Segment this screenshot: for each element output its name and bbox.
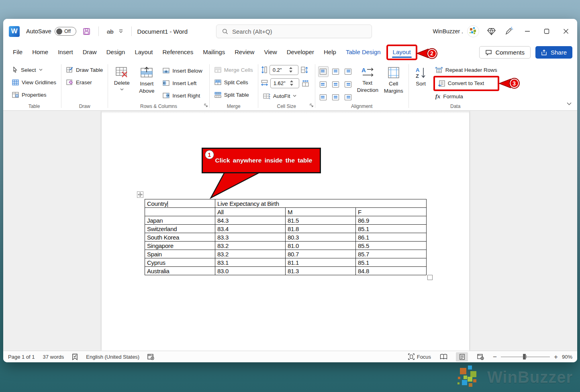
tab-review[interactable]: Review bbox=[230, 46, 259, 59]
table-cell[interactable]: Japan bbox=[145, 216, 215, 225]
table-cell[interactable]: 81.1 bbox=[286, 258, 356, 267]
editor-pen-icon[interactable] bbox=[501, 23, 517, 39]
formula-button[interactable]: fx Formula bbox=[433, 91, 499, 102]
word-app-icon[interactable]: W bbox=[9, 26, 20, 37]
tab-insert[interactable]: Insert bbox=[53, 46, 78, 59]
table-cell[interactable]: 86.1 bbox=[356, 233, 427, 242]
table-cell-empty[interactable] bbox=[145, 208, 215, 216]
tab-table-design[interactable]: Table Design bbox=[341, 46, 386, 59]
tab-draw[interactable]: Draw bbox=[78, 46, 102, 59]
align-bottom-left-button[interactable] bbox=[318, 92, 329, 103]
table-cell[interactable]: 81.3 bbox=[286, 267, 356, 275]
web-layout-button[interactable] bbox=[474, 352, 486, 362]
align-center-left-button[interactable] bbox=[318, 79, 329, 90]
convert-to-text-button[interactable]: Convert to Text bbox=[436, 78, 495, 89]
draw-table-button[interactable]: Draw Table bbox=[64, 64, 105, 75]
zoom-level[interactable]: 90% bbox=[562, 354, 572, 360]
insert-left-button[interactable]: Insert Left bbox=[161, 77, 204, 89]
table-cell[interactable]: South Korea bbox=[145, 233, 215, 242]
read-mode-button[interactable] bbox=[437, 352, 449, 362]
collapse-ribbon-button[interactable] bbox=[567, 100, 572, 107]
focus-mode-button[interactable]: Focus bbox=[408, 353, 431, 360]
print-layout-button[interactable] bbox=[456, 352, 468, 362]
tab-design[interactable]: Design bbox=[102, 46, 130, 59]
table-cell[interactable]: 83.3 bbox=[215, 233, 286, 242]
column-width-input[interactable] bbox=[271, 80, 289, 86]
table-cell-span-header[interactable]: Live Expectancy at Birth bbox=[215, 199, 427, 208]
proofing-status-button[interactable] bbox=[72, 353, 78, 360]
align-bottom-right-button[interactable] bbox=[343, 92, 353, 103]
close-button[interactable] bbox=[557, 23, 575, 39]
page-indicator[interactable]: Page 1 of 1 bbox=[8, 354, 35, 360]
zoom-out-button[interactable]: − bbox=[493, 353, 497, 360]
column-width-field[interactable] bbox=[270, 78, 299, 88]
sort-button[interactable]: A Z Sort bbox=[412, 64, 430, 102]
table-move-handle[interactable] bbox=[137, 191, 143, 198]
row-height-input[interactable] bbox=[270, 67, 288, 73]
cell-size-dialog-launcher[interactable] bbox=[309, 102, 314, 109]
table-cell-subheader[interactable]: M bbox=[286, 208, 356, 216]
delete-button[interactable]: Delete bbox=[111, 64, 133, 102]
select-button[interactable]: Select bbox=[10, 64, 58, 75]
properties-button[interactable]: Properties bbox=[10, 89, 58, 100]
height-increase-button[interactable] bbox=[289, 67, 292, 69]
table-cell[interactable]: 81.8 bbox=[286, 225, 356, 233]
table-cell[interactable]: 86.9 bbox=[356, 216, 427, 225]
document-page[interactable]: 1 Click anywhere inside the table Countr… bbox=[102, 111, 469, 351]
table-cell[interactable]: 83.1 bbox=[215, 258, 286, 267]
zoom-in-button[interactable]: + bbox=[554, 353, 558, 360]
table-cell-subheader[interactable]: All bbox=[215, 208, 286, 216]
share-button[interactable]: Share bbox=[535, 46, 572, 59]
table-cell[interactable]: 80.7 bbox=[286, 250, 356, 258]
tab-layout[interactable]: Layout bbox=[130, 46, 157, 59]
save-icon[interactable] bbox=[83, 28, 90, 35]
maximize-button[interactable] bbox=[538, 23, 555, 39]
table-cell[interactable]: 84.3 bbox=[215, 216, 286, 225]
tab-view[interactable]: View bbox=[259, 46, 282, 59]
customize-qat-chevron-icon[interactable] bbox=[118, 29, 123, 33]
table-cell[interactable]: 81.5 bbox=[286, 216, 356, 225]
row-height-field[interactable] bbox=[270, 65, 298, 75]
align-top-left-button[interactable] bbox=[318, 66, 329, 77]
table-cell[interactable]: 85.1 bbox=[356, 225, 427, 233]
repeat-header-rows-button[interactable]: Repeat Header Rows bbox=[433, 65, 499, 75]
table-cell[interactable]: Singapore bbox=[145, 242, 215, 250]
table-cell[interactable]: Australia bbox=[145, 267, 215, 275]
insert-below-button[interactable]: Insert Below bbox=[161, 65, 204, 76]
insert-right-button[interactable]: Insert Right bbox=[161, 90, 204, 101]
account-control[interactable]: WinBuzzer . bbox=[433, 25, 479, 37]
tab-file[interactable]: File bbox=[8, 46, 27, 59]
insert-above-button[interactable]: Insert Above bbox=[136, 64, 157, 102]
table-row[interactable]: South Korea83.380.386.1 bbox=[145, 233, 427, 242]
table-row[interactable]: Australia83.081.384.8 bbox=[145, 267, 427, 275]
tab-table-layout[interactable]: Layout bbox=[388, 46, 416, 59]
tab-mailings[interactable]: Mailings bbox=[198, 46, 230, 59]
tab-references[interactable]: References bbox=[157, 46, 198, 59]
align-bottom-center-button[interactable] bbox=[331, 92, 341, 103]
table-resize-handle[interactable] bbox=[427, 275, 433, 280]
minimize-button[interactable] bbox=[519, 23, 536, 39]
align-center-button[interactable] bbox=[331, 79, 341, 90]
width-increase-button[interactable] bbox=[290, 80, 293, 82]
merge-cells-button[interactable]: Merge Cells bbox=[212, 64, 255, 75]
document-table[interactable]: CountryLive Expectancy at BirthAllMFJapa… bbox=[145, 199, 427, 275]
table-cell[interactable]: Switzerland bbox=[145, 225, 215, 233]
table-cell[interactable]: 80.3 bbox=[286, 233, 356, 242]
table-row[interactable]: Japan84.381.586.9 bbox=[145, 216, 427, 225]
strikethrough-icon[interactable]: ab bbox=[107, 28, 114, 35]
table-cell[interactable]: 84.8 bbox=[356, 267, 427, 275]
macro-recording-button[interactable] bbox=[147, 354, 154, 360]
table-cell[interactable]: 83.0 bbox=[215, 267, 286, 275]
table-row[interactable]: Singapore83.281.085.5 bbox=[145, 242, 427, 250]
text-direction-button[interactable]: A Text Direction bbox=[357, 64, 378, 102]
table-cell[interactable]: 83.2 bbox=[215, 242, 286, 250]
word-count[interactable]: 37 words bbox=[43, 354, 64, 360]
table-row[interactable]: Spain83.280.785.7 bbox=[145, 250, 427, 258]
table-cell[interactable]: 85.5 bbox=[356, 242, 427, 250]
cell-margins-button[interactable]: Cell Margins bbox=[382, 64, 406, 102]
zoom-slider[interactable] bbox=[501, 354, 550, 360]
table-row[interactable]: Cyprus83.181.185.1 bbox=[145, 258, 427, 267]
align-top-center-button[interactable] bbox=[331, 66, 341, 77]
table-cell-country-header[interactable]: Country bbox=[145, 199, 215, 208]
table-cell[interactable]: 83.2 bbox=[215, 250, 286, 258]
